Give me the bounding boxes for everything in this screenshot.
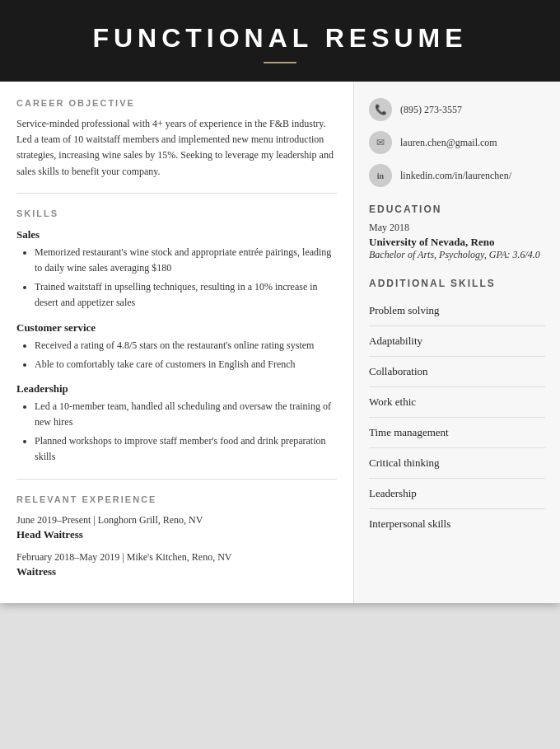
phone-icon: 📞: [369, 98, 392, 121]
phone-number: (895) 273-3557: [400, 104, 462, 116]
email-icon: ✉: [369, 131, 392, 154]
career-objective-text: Service-minded professional with 4+ year…: [16, 116, 337, 180]
contact-linkedin: in linkedin.com/in/laurenchen/: [369, 164, 545, 187]
left-column: CAREER OBJECTIVE Service-minded professi…: [0, 82, 354, 603]
resume-wrapper: FUNCTIONAL RESUME CAREER OBJECTIVE Servi…: [0, 0, 560, 603]
contact-phone: 📞 (895) 273-3557: [369, 98, 545, 121]
additional-skill-6: Critical thinking: [369, 448, 545, 479]
education-detail: Bachelor of Arts, Psychology, GPA: 3.6/4…: [369, 249, 545, 261]
skills-group-title-leadership: Leadership: [16, 382, 337, 396]
right-column: 📞 (895) 273-3557 ✉ lauren.chen@gmail.com…: [354, 82, 560, 603]
email-address: lauren.chen@gmail.com: [400, 137, 497, 149]
skills-group-title-customer: Customer service: [16, 321, 337, 335]
skills-group-title-sales: Sales: [16, 228, 337, 241]
career-objective-label: CAREER OBJECTIVE: [16, 98, 337, 108]
skills-list-sales: Memorized restaurant's wine stock and ap…: [16, 245, 337, 311]
experience-title-2: Waitress: [16, 565, 337, 578]
linkedin-url: linkedin.com/in/laurenchen/: [400, 170, 511, 182]
additional-skill-4: Work ethic: [369, 387, 545, 418]
list-item: Able to comfortably take care of custome…: [35, 357, 337, 372]
education-date: May 2018: [369, 222, 545, 234]
resume-title: FUNCTIONAL RESUME: [16, 23, 544, 54]
relevant-experience-label: RELEVANT EXPERIENCE: [16, 494, 337, 504]
list-item: Memorized restaurant's wine stock and ap…: [35, 245, 337, 276]
additional-skill-5: Time management: [369, 418, 545, 448]
header-divider: [264, 62, 296, 63]
education-institution: University of Nevada, Reno: [369, 236, 545, 249]
skills-list-leadership: Led a 10-member team, handled all schedu…: [16, 399, 337, 466]
experience-date-2: February 2018–May 2019 | Mike's Kitchen,…: [16, 551, 337, 564]
additional-skill-1: Problem solving: [369, 296, 545, 326]
experience-date-1: June 2019–Present | Longhorn Grill, Reno…: [16, 514, 337, 527]
body-container: CAREER OBJECTIVE Service-minded professi…: [0, 82, 560, 603]
list-item: Led a 10-member team, handled all schedu…: [35, 399, 337, 430]
additional-skill-2: Adaptability: [369, 326, 545, 357]
additional-skill-8: Interpersonal skills: [369, 509, 545, 539]
resume-header: FUNCTIONAL RESUME: [0, 0, 560, 82]
additional-skills-label: ADDITIONAL SKILLS: [369, 278, 545, 289]
list-item: Trained waitstaff in upselling technique…: [35, 279, 337, 311]
additional-skill-7: Leadership: [369, 479, 545, 509]
linkedin-icon: in: [369, 164, 392, 187]
additional-skill-3: Collaboration: [369, 357, 545, 387]
contact-email: ✉ lauren.chen@gmail.com: [369, 131, 545, 154]
skills-list-customer: Received a rating of 4.8/5 stars on the …: [16, 338, 337, 372]
experience-title-1: Head Waitress: [16, 528, 337, 541]
list-item: Received a rating of 4.8/5 stars on the …: [35, 338, 337, 353]
divider-2: [16, 479, 337, 480]
skills-label: SKILLS: [16, 208, 337, 218]
divider-1: [16, 193, 337, 194]
list-item: Planned workshops to improve staff membe…: [35, 433, 337, 465]
education-label: EDUCATION: [369, 204, 545, 215]
